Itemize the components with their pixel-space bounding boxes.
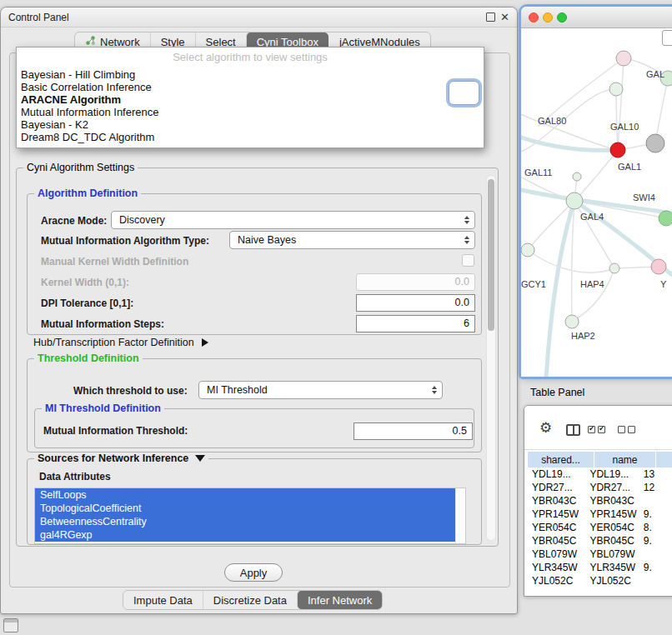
algorithm-option[interactable]: Mutual Information Inference xyxy=(17,106,484,118)
table-cell: YBR043C xyxy=(528,494,585,508)
hub-transcription-factor-expander[interactable]: Hub/Transcription Factor Definition xyxy=(33,335,208,350)
manual-kernel-width-label: Manual Kernel Width Definition xyxy=(41,254,188,269)
table-cell: 8. xyxy=(639,521,672,534)
gear-icon[interactable]: ⚙ xyxy=(539,421,552,436)
attribute-list-item[interactable]: SelfLoops xyxy=(35,488,456,502)
select-all-checkbox-icon[interactable] xyxy=(588,426,595,433)
network-node[interactable] xyxy=(659,211,672,226)
table-row[interactable]: YPR145WYPR145W9. xyxy=(528,508,672,521)
algorithm-option[interactable]: Bayesian - K2 xyxy=(17,118,484,131)
table-cell: 12 xyxy=(639,481,672,494)
algorithm-option[interactable]: Dream8 DC_TDC Algorithm xyxy=(17,131,484,143)
sources-expander[interactable]: Sources for Network Inference xyxy=(34,452,208,464)
bottom-tab-impute-data[interactable]: Impute Data xyxy=(123,591,203,609)
attribute-list-scrollbar[interactable] xyxy=(455,488,465,543)
mi-threshold-field[interactable]: 0.5 xyxy=(354,422,473,440)
column-header[interactable] xyxy=(656,452,672,468)
tab-label: Discretize Data xyxy=(213,594,287,607)
deselect-all-checkbox-icon[interactable] xyxy=(618,426,625,433)
kernel-width-field[interactable]: 0.0 xyxy=(356,273,475,291)
bottom-tab-infer-network[interactable]: Infer Network xyxy=(297,591,382,609)
table-row[interactable]: YDR27...YDR27...12 xyxy=(528,481,672,494)
table-row[interactable]: YJL052CYJL052C xyxy=(528,574,672,588)
tab-label: Infer Network xyxy=(308,594,372,607)
table-cell: YBL079W xyxy=(585,548,639,561)
scrollbar-thumb[interactable] xyxy=(488,179,494,331)
table-row[interactable]: YBR043CYBR043C xyxy=(528,494,672,508)
mi-steps-field[interactable]: 6 xyxy=(356,315,475,332)
network-node[interactable] xyxy=(565,315,579,328)
network-node[interactable] xyxy=(616,51,631,66)
manual-kernel-width-checkbox[interactable] xyxy=(462,254,474,267)
table-row[interactable]: YDL19...YDL19...13 xyxy=(528,468,672,481)
which-threshold-select[interactable]: MI Threshold xyxy=(198,381,443,399)
attribute-list-item[interactable]: BetweennessCentrality xyxy=(35,515,456,528)
algorithm-option[interactable]: Bayesian - Hill Climbing xyxy=(17,68,484,81)
columns-icon[interactable] xyxy=(566,424,580,436)
network-node[interactable] xyxy=(609,82,623,96)
table-cell xyxy=(639,574,672,588)
cyni-bottom-tabs: Impute DataDiscretize DataInfer Network xyxy=(123,590,383,610)
table-cell: 9. xyxy=(639,561,672,574)
dpi-tolerance-label: DPI Tolerance [0,1]: xyxy=(41,296,133,311)
table-panel-title: Table Panel xyxy=(530,387,584,398)
table-cell: YPR145W xyxy=(528,508,585,521)
close-traffic-light[interactable] xyxy=(529,12,539,22)
deselect-all-checkbox-icon[interactable] xyxy=(628,426,635,433)
table-cell: YJL052C xyxy=(585,574,639,588)
network-node[interactable] xyxy=(651,259,666,274)
algorithm-dropdown-popup: Select algorithm to view settings Bayesi… xyxy=(16,47,484,148)
column-header[interactable]: name xyxy=(594,452,656,468)
zoom-traffic-light[interactable] xyxy=(557,12,567,22)
table-cell: YDL19... xyxy=(585,468,639,481)
close-icon[interactable]: ✕ xyxy=(500,12,509,22)
table-cell: YBR045C xyxy=(528,534,585,548)
network-window-titlebar[interactable] xyxy=(521,7,672,28)
collapse-down-icon xyxy=(195,455,205,462)
network-node[interactable] xyxy=(573,172,581,181)
bottom-tab-discretize-data[interactable]: Discretize Data xyxy=(203,591,297,609)
mi-algorithm-type-select[interactable]: Naive Bayes xyxy=(229,231,475,249)
mi-threshold-label: Mutual Information Threshold: xyxy=(43,423,188,438)
dpi-tolerance-field[interactable]: 0.0 xyxy=(356,294,475,312)
table-cell: YBL079W xyxy=(528,548,585,561)
node-label: SWI4 xyxy=(633,192,655,202)
table-row[interactable]: YER054CYER054C8. xyxy=(528,521,672,534)
algorithm-option[interactable]: ARACNE Algorithm xyxy=(17,93,484,106)
select-all-checkbox-icon[interactable] xyxy=(598,426,605,433)
which-threshold-value: MI Threshold xyxy=(207,384,268,396)
algorithm-combo-focus-button[interactable] xyxy=(449,81,479,105)
aracne-mode-select[interactable]: Discovery xyxy=(111,211,475,229)
data-attributes-list[interactable]: SelfLoopsTopologicalCoefficientBetweenne… xyxy=(34,488,466,544)
network-node[interactable] xyxy=(646,134,664,152)
combo-arrows-icon xyxy=(464,236,469,244)
table-row[interactable]: YLR345WYLR345W9. xyxy=(528,561,672,574)
control-panel-titlebar[interactable]: Control Panel ✕ xyxy=(1,8,517,28)
apply-button[interactable]: Apply xyxy=(224,563,283,582)
birdseye-toggle[interactable] xyxy=(662,30,672,46)
network-edge xyxy=(546,201,574,377)
minimize-traffic-light[interactable] xyxy=(543,12,553,22)
attribute-list-item[interactable]: TopologicalCoefficient xyxy=(35,502,456,515)
network-node[interactable] xyxy=(521,243,534,257)
table-cell: YBR045C xyxy=(585,534,639,548)
attribute-list-item[interactable]: gal4RGexp xyxy=(35,528,456,542)
network-node[interactable] xyxy=(566,192,583,209)
column-header[interactable]: shared... xyxy=(528,452,594,468)
network-node[interactable] xyxy=(609,263,619,273)
algorithm-option[interactable]: Basic Correlation Inference xyxy=(17,81,484,93)
network-node[interactable] xyxy=(610,142,625,158)
table-row[interactable]: YBR045CYBR045C9. xyxy=(528,534,672,548)
network-edge xyxy=(655,78,668,143)
minimized-panel-icon[interactable] xyxy=(3,618,18,632)
settings-scrollbar[interactable] xyxy=(486,175,496,541)
network-edge xyxy=(528,250,614,272)
float-window-icon[interactable] xyxy=(486,12,495,22)
table-cell: YLR345W xyxy=(528,561,585,574)
network-canvas[interactable]: GALGAL80GAL10GAL11GAL1SWI4GAL4GCY1HAP4YH… xyxy=(521,28,672,377)
threshold-definition-group: Threshold Definition Which threshold to … xyxy=(27,358,482,452)
aracne-mode-value: Discovery xyxy=(119,214,165,226)
table-row[interactable]: YBL079WYBL079W xyxy=(528,548,672,561)
aracne-mode-label: Aracne Mode: xyxy=(41,213,107,228)
tab-label: Impute Data xyxy=(133,594,193,607)
